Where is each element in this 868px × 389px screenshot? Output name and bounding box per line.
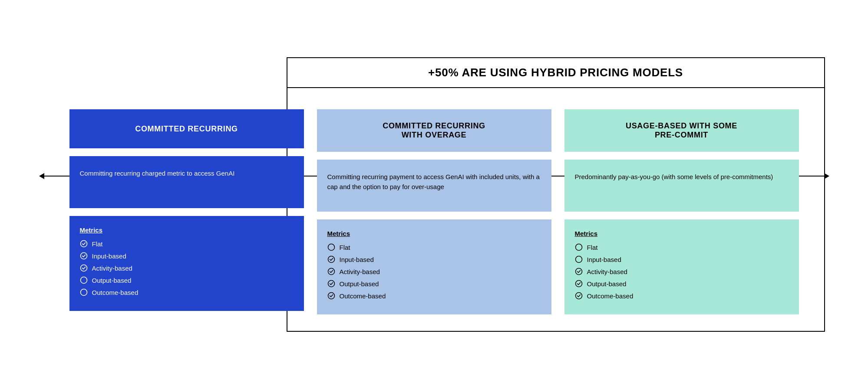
metric-item-usage-based-precommit-2: Activity-based [575,268,789,275]
metric-label-committed-recurring-1: Input-based [92,252,126,260]
metrics-label-usage-based-precommit: Metrics [575,230,789,237]
metric-item-committed-recurring-overage-0: Flat [327,243,541,251]
content-layout: COMMITTED RECURRINGCommitting recurring … [69,109,799,314]
metric-label-committed-recurring-0: Flat [92,240,103,248]
metrics-label-committed-recurring: Metrics [80,226,294,234]
svg-point-11 [575,256,582,263]
column-committed-recurring: COMMITTED RECURRINGCommitting recurring … [69,109,304,314]
metric-item-usage-based-precommit-0: Flat [575,243,789,251]
svg-point-10 [575,244,582,251]
metric-label-committed-recurring-overage-0: Flat [340,244,350,251]
metric-item-usage-based-precommit-1: Input-based [575,255,789,263]
metric-label-committed-recurring-overage-1: Input-based [340,256,374,263]
metric-item-committed-recurring-1: Input-based [80,252,294,260]
check-circle-icon [327,280,335,288]
svg-point-14 [575,293,582,299]
check-circle-icon [327,255,335,263]
svg-point-12 [575,268,582,275]
empty-circle-icon [575,255,583,263]
description-committed-recurring: Committing recurring charged metric to a… [69,156,304,208]
metric-label-committed-recurring-4: Outcome-based [92,289,139,296]
metric-label-committed-recurring-3: Output-based [92,277,132,284]
column-committed-recurring-overage: COMMITTED RECURRING WITH OVERAGECommitti… [317,109,551,314]
svg-point-13 [575,281,582,287]
metric-label-usage-based-precommit-2: Activity-based [587,268,627,275]
metric-item-committed-recurring-4: Outcome-based [80,288,294,296]
main-container: +50% ARE USING HYBRID PRICING MODELS COM… [43,57,825,332]
svg-point-0 [80,241,87,247]
svg-point-6 [328,256,334,263]
check-circle-icon [327,292,335,300]
metric-label-committed-recurring-overage-2: Activity-based [340,268,380,275]
metrics-usage-based-precommit: Metrics Flat Input-based Activity-based … [564,219,799,314]
svg-point-2 [80,265,87,271]
metric-item-usage-based-precommit-4: Outcome-based [575,292,789,300]
description-committed-recurring-overage: Committing recurring payment to access G… [317,160,551,212]
hybrid-title: +50% ARE USING HYBRID PRICING MODELS [428,66,683,79]
check-circle-icon [80,264,88,272]
metrics-committed-recurring-overage: Metrics Flat Input-based Activity-based … [317,219,551,314]
metric-label-committed-recurring-2: Activity-based [92,265,132,272]
header-text-committed-recurring: COMMITTED RECURRING [135,124,238,134]
metric-item-committed-recurring-0: Flat [80,240,294,248]
hybrid-title-bar: +50% ARE USING HYBRID PRICING MODELS [287,57,825,88]
metric-item-committed-recurring-overage-3: Output-based [327,280,541,288]
header-committed-recurring: COMMITTED RECURRING [69,109,304,148]
svg-point-5 [328,244,334,251]
header-text-committed-recurring-overage: COMMITTED RECURRING WITH OVERAGE [383,121,485,140]
metric-label-usage-based-precommit-1: Input-based [587,256,621,263]
svg-point-3 [80,277,87,284]
metric-item-usage-based-precommit-3: Output-based [575,280,789,288]
metric-label-usage-based-precommit-4: Outcome-based [587,292,634,300]
metric-label-usage-based-precommit-0: Flat [587,244,598,251]
metric-item-committed-recurring-2: Activity-based [80,264,294,272]
svg-point-1 [80,253,87,259]
metric-label-usage-based-precommit-3: Output-based [587,280,627,288]
check-circle-icon [327,268,335,275]
empty-circle-icon [327,243,335,251]
check-circle-icon [575,280,583,288]
metric-item-committed-recurring-overage-2: Activity-based [327,268,541,275]
description-usage-based-precommit: Predominantly pay-as-you-go (with some l… [564,160,799,212]
column-usage-based-precommit: USAGE-BASED WITH SOME PRE-COMMITPredomin… [564,109,799,314]
empty-circle-icon [575,243,583,251]
metric-item-committed-recurring-3: Output-based [80,276,294,284]
empty-circle-icon [80,288,88,296]
metric-item-committed-recurring-overage-1: Input-based [327,255,541,263]
svg-point-9 [328,293,334,299]
check-circle-icon [575,292,583,300]
check-circle-icon [575,268,583,275]
check-circle-icon [80,240,88,248]
metrics-committed-recurring: Metrics Flat Input-based Activity-based … [69,216,304,311]
header-committed-recurring-overage: COMMITTED RECURRING WITH OVERAGE [317,109,551,152]
check-circle-icon [80,252,88,260]
header-usage-based-precommit: USAGE-BASED WITH SOME PRE-COMMIT [564,109,799,152]
metric-label-committed-recurring-overage-4: Outcome-based [340,292,386,300]
metric-label-committed-recurring-overage-3: Output-based [340,280,379,288]
metric-item-committed-recurring-overage-4: Outcome-based [327,292,541,300]
empty-circle-icon [80,276,88,284]
svg-point-4 [80,289,87,296]
header-text-usage-based-precommit: USAGE-BASED WITH SOME PRE-COMMIT [626,121,737,140]
svg-point-7 [328,268,334,275]
metrics-label-committed-recurring-overage: Metrics [327,230,541,237]
svg-point-8 [328,281,334,287]
